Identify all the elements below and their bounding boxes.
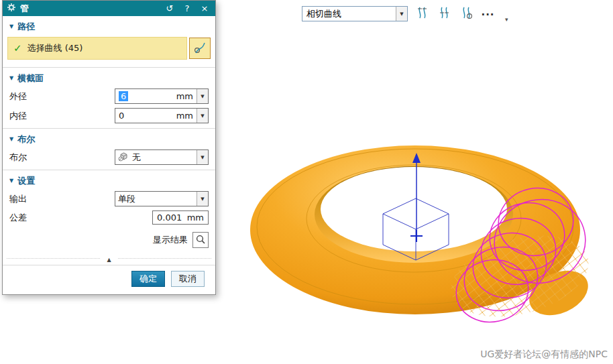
section-title-path: 路径 — [17, 21, 35, 33]
tube-dialog: 管 ↺ ? × ▼ 路径 ✓ 选择曲线 (45) — [2, 0, 216, 295]
curve-icon — [193, 41, 207, 56]
selection-toolbar: 相切曲线 ▼ — [302, 6, 496, 22]
curve-tangency-button[interactable] — [457, 6, 474, 22]
section-header-cross-section[interactable]: ▼ 横截面 — [3, 68, 215, 86]
boolean-row: 布尔 无 ▼ — [3, 147, 215, 167]
outer-diameter-row: 外径 6 mm ▼ — [3, 86, 215, 106]
more-options-button[interactable]: ··· — [480, 6, 496, 22]
outer-diameter-unit: mm — [176, 91, 197, 101]
output-label: 输出 — [9, 193, 115, 205]
inner-diameter-field[interactable]: 0 mm ▼ — [115, 108, 209, 123]
dialog-button-row: 确定 取消 — [3, 265, 215, 294]
section-title-boolean: 布尔 — [17, 133, 35, 145]
show-result-button[interactable] — [192, 232, 209, 248]
stop-at-intersection-button[interactable] — [413, 6, 430, 22]
gear-icon — [7, 3, 16, 14]
tolerance-value[interactable]: 0.001 — [157, 213, 182, 223]
boolean-dropdown[interactable]: 无 ▼ — [115, 149, 209, 165]
chevron-down-icon: ▼ — [9, 76, 13, 81]
dropdown-arrow-icon[interactable]: ▼ — [396, 7, 407, 21]
curve-rule-dropdown[interactable]: 相切曲线 ▼ — [302, 6, 408, 21]
show-result-label: 显示结果 — [153, 234, 188, 246]
outer-diameter-label: 外径 — [9, 90, 115, 103]
dropdown-arrow-icon[interactable]: ▼ — [197, 192, 208, 206]
output-dropdown[interactable]: 单段 ▼ — [115, 191, 209, 206]
section-header-boolean[interactable]: ▼ 布尔 — [3, 129, 215, 147]
close-button[interactable]: × — [198, 3, 211, 13]
help-button[interactable]: ? — [180, 3, 194, 13]
collapse-arrow-icon[interactable]: ▲ — [101, 257, 117, 263]
watermark-text: UG爱好者论坛@有情感的NPC — [480, 349, 608, 361]
chevron-down-icon: ▼ — [9, 24, 13, 29]
ok-button[interactable]: 确定 — [131, 271, 165, 287]
inner-diameter-value[interactable]: 0 — [115, 111, 176, 121]
boolean-value: 无 — [132, 151, 193, 164]
chevron-down-icon: ▼ — [9, 137, 13, 142]
inner-diameter-unit: mm — [176, 111, 197, 121]
dialog-collapse-gripper[interactable]: ▲ — [3, 253, 215, 263]
chevron-down-icon: ▼ — [9, 178, 13, 184]
path-selection-area: ✓ 选择曲线 (45) — [3, 35, 215, 64]
curve-chain-icon — [437, 5, 451, 23]
dropdown-arrow-icon[interactable]: ▼ — [197, 150, 208, 164]
curve-rule-value: 相切曲线 — [302, 8, 396, 20]
inner-diameter-label: 内径 — [9, 110, 115, 122]
select-curve-label: 选择曲线 (45) — [27, 42, 83, 54]
tolerance-label: 公差 — [9, 212, 152, 224]
boolean-none-icon — [118, 151, 129, 164]
check-icon: ✓ — [13, 42, 22, 54]
toolbar-overflow-arrow[interactable]: ▾ — [505, 16, 508, 23]
reset-button[interactable]: ↺ — [163, 3, 176, 13]
select-curve-row[interactable]: ✓ 选择曲线 (45) — [7, 37, 187, 60]
inner-diameter-row: 内径 0 mm ▼ — [3, 106, 215, 125]
show-result-row: 显示结果 — [3, 227, 215, 252]
curve-intersection-icon — [414, 5, 429, 23]
boolean-label: 布尔 — [9, 151, 115, 164]
curve-circle-icon — [459, 5, 473, 23]
dialog-title: 管 — [20, 3, 159, 15]
outer-diameter-value[interactable]: 6 — [119, 91, 128, 101]
magnifier-icon — [195, 234, 206, 247]
dropdown-arrow-icon[interactable]: ▼ — [197, 89, 208, 103]
application-window: 管 ↺ ? × ▼ 路径 ✓ 选择曲线 (45) — [0, 0, 613, 364]
section-header-settings[interactable]: ▼ 设置 — [3, 170, 215, 189]
cancel-button[interactable]: 取消 — [171, 271, 205, 287]
section-header-path[interactable]: ▼ 路径 — [3, 16, 215, 35]
tolerance-row: 公差 0.001 mm — [3, 208, 215, 227]
tolerance-field[interactable]: 0.001 mm — [152, 210, 209, 225]
output-row: 输出 单段 ▼ — [3, 189, 215, 208]
output-value: 单段 — [118, 193, 193, 205]
dropdown-arrow-icon[interactable]: ▼ — [197, 109, 208, 123]
curve-selection-button[interactable] — [189, 38, 211, 59]
section-title-cross-section: 横截面 — [17, 72, 44, 84]
follow-fillet-button[interactable] — [435, 6, 452, 22]
section-title-settings: 设置 — [17, 175, 35, 187]
outer-diameter-field[interactable]: 6 mm ▼ — [115, 88, 209, 104]
dialog-titlebar[interactable]: 管 ↺ ? × — [3, 1, 215, 16]
tolerance-unit: mm — [187, 213, 204, 223]
